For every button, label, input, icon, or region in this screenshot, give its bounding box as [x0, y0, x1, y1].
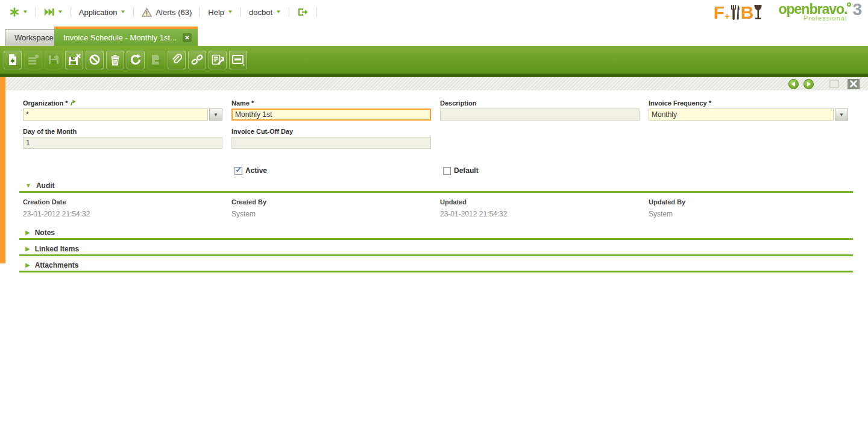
chevron-down-icon: ▼: [22, 10, 28, 14]
created-by-field: Created By System: [231, 193, 431, 218]
invoice-cutoff-label: Invoice Cut-Off Day: [231, 127, 431, 135]
grid-new-row-button: [24, 51, 42, 69]
creation-date-value: 23-01-2012 21:54:32: [23, 210, 222, 218]
chevron-down-icon: ▼: [227, 10, 233, 14]
logout-button[interactable]: [295, 7, 310, 17]
brand-logos: F + B openbravo. Professional 3: [714, 0, 862, 24]
notes-section-header[interactable]: ▶ Notes: [19, 228, 853, 236]
delete-button[interactable]: [106, 51, 124, 69]
tab-close-icon[interactable]: ✕: [183, 33, 192, 42]
tab-invoice-schedule-label: Invoice Schedule - Monthly 1st...: [63, 33, 177, 42]
default-checkbox-group: Default: [443, 166, 640, 175]
day-of-month-label: Day of the Month: [23, 127, 222, 135]
updated-by-field: Updated By System: [649, 193, 848, 218]
attachment-button[interactable]: [168, 51, 186, 69]
day-of-month-field-group: Day of the Month: [23, 127, 222, 149]
copy-record-icon: [150, 54, 162, 66]
chevron-down-icon: ▼: [213, 112, 218, 118]
chevron-down-icon: ▼: [839, 112, 844, 118]
toggle-view-button[interactable]: [229, 51, 247, 69]
openbravo-logo: openbravo. Professional 3: [778, 2, 862, 22]
active-checkbox-group: Active: [234, 166, 431, 175]
day-of-month-input[interactable]: [23, 137, 222, 149]
divider: [200, 7, 200, 17]
linked-items-section-header[interactable]: ▶ Linked Items: [19, 245, 853, 253]
copy-record-button: [147, 51, 165, 69]
link-button[interactable]: [188, 51, 206, 69]
divider: [241, 7, 241, 17]
next-record-button[interactable]: [804, 79, 814, 89]
fork-knife-icon: [731, 4, 740, 20]
updated-by-label: Updated By: [649, 198, 848, 206]
audit-section-header[interactable]: ▼ Audit: [19, 181, 853, 189]
fb-logo-plus: +: [725, 12, 730, 20]
save-button: [45, 51, 63, 69]
name-input[interactable]: [231, 109, 431, 121]
active-view-indicator: [0, 77, 5, 263]
creation-date-label: Creation Date: [23, 198, 222, 206]
linked-items-section-title: Linked Items: [35, 245, 79, 253]
section-divider: [19, 254, 853, 256]
navigate-link-icon[interactable]: [70, 99, 76, 106]
invoice-frequency-dropdown-button[interactable]: ▼: [835, 109, 848, 121]
user-menu-label: docbot: [249, 8, 272, 17]
help-menu[interactable]: Help ▼: [206, 8, 235, 17]
updated-label: Updated: [440, 198, 640, 206]
refresh-button[interactable]: [127, 51, 145, 69]
fb-restaurant-logo: F + B: [714, 4, 763, 20]
active-checkbox[interactable]: [234, 167, 242, 175]
openbravo-logo-text: openbravo.: [778, 2, 847, 16]
created-by-value: System: [231, 210, 431, 218]
wrench-icon: [212, 54, 224, 66]
fb-logo-b: B: [741, 5, 753, 20]
alerts-menu[interactable]: Alerts (63): [139, 8, 194, 17]
openbravo-version-number: 3: [852, 2, 862, 17]
creation-date-field: Creation Date 23-01-2012 21:54:32: [23, 193, 222, 218]
updated-by-value: System: [649, 210, 848, 218]
undo-button[interactable]: [86, 51, 104, 69]
default-checkbox[interactable]: [443, 167, 451, 175]
invoice-frequency-input[interactable]: [649, 109, 834, 121]
record-toolbar: [0, 46, 868, 77]
triangle-right-icon: ▶: [25, 262, 30, 268]
asterisk-icon: [10, 7, 19, 17]
quick-launch-menu-button[interactable]: ▼: [42, 8, 65, 16]
new-document-button[interactable]: [4, 51, 22, 69]
description-input[interactable]: [440, 109, 640, 121]
divider: [133, 7, 134, 17]
workspace-menu-button[interactable]: ▼: [7, 7, 30, 17]
trash-icon: [109, 54, 121, 66]
restore-view-icon: [829, 80, 839, 88]
arrow-left-icon: [791, 81, 796, 87]
invoice-schedule-form: Organization * ▼ Name * Description Invo…: [0, 90, 868, 431]
save-close-icon: [68, 54, 81, 66]
attachments-section-title: Attachments: [35, 261, 79, 269]
invoice-cutoff-input[interactable]: [231, 137, 431, 149]
new-document-icon: [7, 54, 19, 66]
top-menu-bar: ▼ ▼ Application ▼ Alerts (63) Help ▼ doc…: [0, 0, 868, 24]
previous-record-button[interactable]: [788, 79, 799, 89]
tools-button[interactable]: [209, 51, 227, 69]
organization-dropdown-button[interactable]: ▼: [209, 109, 222, 121]
arrow-right-icon: [806, 81, 811, 87]
updated-field: Updated 23-01-2012 21:54:32: [440, 193, 640, 218]
default-checkbox-label: Default: [454, 166, 479, 175]
attachments-section-header[interactable]: ▶ Attachments: [19, 261, 853, 269]
tab-invoice-schedule[interactable]: Invoice Schedule - Monthly 1st... ✕: [54, 27, 198, 46]
chevron-down-icon: ▼: [120, 10, 126, 14]
invoice-cutoff-field-group: Invoice Cut-Off Day: [231, 127, 431, 149]
divider: [71, 7, 71, 17]
organization-input[interactable]: [23, 109, 208, 121]
close-view-button[interactable]: [848, 79, 860, 89]
triangle-right-icon: ▶: [25, 246, 30, 252]
form-grid-toggle-icon: [231, 54, 245, 66]
user-menu[interactable]: docbot ▼: [247, 8, 283, 17]
save-icon: [48, 54, 60, 66]
divider: [316, 7, 316, 17]
save-and-close-button[interactable]: [65, 51, 83, 69]
logout-icon: [297, 7, 308, 17]
section-divider: [19, 271, 853, 272]
refresh-icon: [130, 54, 142, 66]
application-menu[interactable]: Application ▼: [77, 8, 128, 17]
wine-glass-icon: [753, 4, 763, 20]
